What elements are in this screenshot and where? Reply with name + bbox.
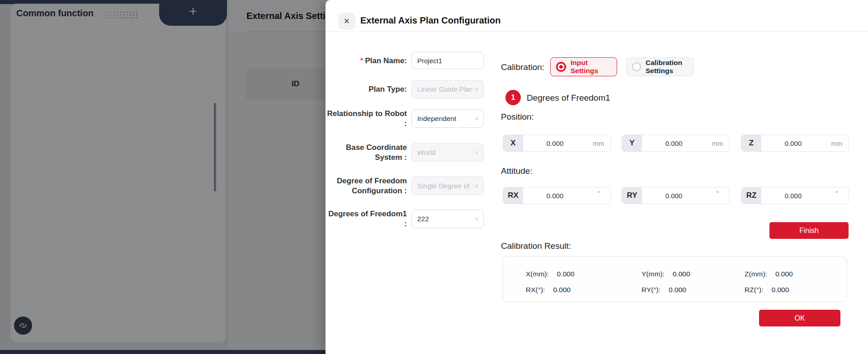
attitude-rz-group: RZ 0.000 ° [741,187,849,204]
degree-unit-label: ° [835,190,838,197]
degree-unit-label: ° [597,190,600,197]
chevron-down-icon: ∨ [474,183,479,189]
position-y-group: Y 0.000 mm [622,135,730,152]
plan-type-label: Plan Type: [326,84,407,94]
attitude-ry-group: RY 0.000 ° [622,187,730,204]
dof-step-badge: 1 [505,90,521,105]
calibration-result-label: Calibration Result: [501,241,571,251]
attitude-ry-input[interactable]: 0.000 [642,187,706,204]
attitude-rx-input[interactable]: 0.000 [523,187,587,204]
result-z: Z(mm):0.000 [745,270,847,278]
radio-selected-icon [556,62,566,72]
chevron-down-icon: ∨ [474,116,479,121]
close-icon: × [344,15,350,27]
calibration-option-calibration-settings[interactable]: Calibration Settings [626,57,694,76]
finish-button[interactable]: Finish [769,222,849,239]
dof-configuration-select: Single Degree of... ∨ [411,177,484,195]
plan-name-field [411,52,484,69]
degrees-of-freedom1-label: Degrees of Freedom1 : [326,209,407,229]
position-x-group: X 0.000 mm [503,135,611,152]
position-y-input[interactable]: 0.000 [642,135,706,151]
attitude-rx-group: RX 0.000 ° [503,187,611,204]
position-z-group: Z 0.000 mm [741,135,849,152]
axis-label-x: X [503,135,523,151]
result-rz: RZ(°):0.000 [745,286,847,294]
modal-title: External Axis Plan Configuration [360,15,500,26]
result-y: Y(mm):0.000 [642,270,745,278]
base-coordinate-system-select: World ∨ [411,143,484,162]
chevron-down-icon: ∨ [474,216,479,222]
chevron-down-icon: ∨ [474,150,479,155]
relationship-to-robot-label: Relationship to Robot : [326,109,407,129]
modal-header-divider [326,32,868,32]
calibration-result-box: X(mm):0.000 Y(mm):0.000 Z(mm):0.000 RX(°… [503,256,847,302]
calibration-label: Calibration: [501,62,544,72]
plan-name-label: *Plan Name: [326,56,407,66]
unit-label: mm [825,135,849,151]
position-x-input[interactable]: 0.000 [523,135,587,151]
ok-button[interactable]: OK [759,310,840,326]
axis-label-ry: RY [622,187,642,204]
calibration-option-input-settings[interactable]: Input Settings [550,57,617,76]
required-mark: * [360,56,363,65]
chevron-down-icon: ∨ [474,87,479,92]
result-rx: RX(°):0.000 [526,286,642,294]
dof-configuration-label: Degree of Freedom Configuration : [326,176,407,196]
axis-label-z: Z [741,135,761,151]
attitude-rz-input[interactable]: 0.000 [761,187,825,204]
position-label: Position: [501,112,534,122]
position-z-input[interactable]: 0.000 [761,135,825,151]
unit-label: mm [587,135,610,151]
axis-label-rz: RZ [741,187,761,204]
result-ry: RY(°):0.000 [642,286,745,294]
radio-unselected-icon [632,62,641,71]
dof-section-title: Degrees of Freedom1 [527,93,610,103]
degree-unit-label: ° [716,190,719,197]
axis-label-rx: RX [503,187,523,204]
plan-type-select: Linear Guide Plan ∨ [411,80,484,98]
result-x: X(mm):0.000 [526,270,642,278]
attitude-label: Attitude: [501,166,533,176]
degrees-of-freedom1-select[interactable]: 222 ∨ [411,210,484,228]
plan-name-input[interactable] [412,52,483,69]
axis-label-y: Y [622,135,642,151]
modal-close-button[interactable]: × [338,13,355,30]
external-axis-plan-configuration-modal: × External Axis Plan Configuration *Plan… [326,0,868,354]
base-coordinate-system-label: Base Coordinate System : [326,143,407,163]
unit-label: mm [706,135,729,151]
relationship-to-robot-select[interactable]: Independent ∨ [411,109,484,128]
app-canvas: + Common function Common functions to be… [0,0,868,354]
